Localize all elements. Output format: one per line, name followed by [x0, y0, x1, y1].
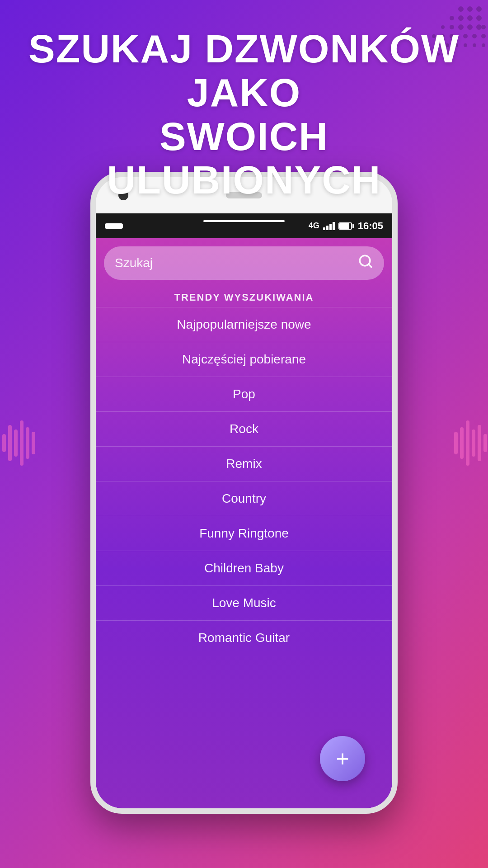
list-item[interactable]: Remix [96, 446, 392, 481]
svg-rect-29 [8, 425, 12, 461]
svg-point-3 [467, 15, 473, 21]
svg-rect-39 [483, 434, 487, 452]
phone-screen: 4G 16:05 Szukaj [96, 213, 392, 808]
sound-wave-left [0, 407, 36, 479]
header-title-line1: SZUKAJ DZWONKÓW JAKO [27, 27, 461, 115]
fab-add-button[interactable]: + [320, 736, 365, 781]
svg-line-27 [369, 264, 371, 267]
sound-wave-right [452, 407, 488, 479]
header-section: SZUKAJ DZWONKÓW JAKO SWOICH ULUBIONYCH [0, 27, 488, 222]
battery-body [338, 222, 352, 230]
signal-label: 4G [309, 221, 319, 231]
svg-point-5 [476, 15, 482, 21]
search-placeholder[interactable]: Szukaj [115, 256, 352, 270]
status-dot-1 [108, 225, 111, 227]
svg-rect-38 [478, 425, 481, 461]
header-title-line2: SWOICH ULUBIONYCH [27, 115, 461, 203]
phone-volume-button [90, 277, 94, 308]
list-item-love-music[interactable]: Love Music [96, 585, 392, 620]
list-item[interactable]: Najpopularniejsze nowe [96, 307, 392, 342]
status-dot-3 [117, 225, 119, 227]
svg-point-4 [458, 15, 464, 21]
svg-rect-33 [32, 432, 35, 454]
status-bar-left [105, 223, 123, 229]
svg-rect-35 [460, 427, 464, 459]
svg-rect-36 [466, 420, 469, 466]
trending-header: TRENDY WYSZUKIWANIA [96, 284, 392, 307]
phone-power-button [394, 259, 398, 304]
svg-point-2 [476, 6, 482, 12]
svg-rect-37 [472, 429, 475, 457]
signal-bar-1 [323, 227, 325, 230]
battery-fill [339, 223, 349, 229]
list-item[interactable]: Najczęściej pobierane [96, 342, 392, 377]
search-icon[interactable] [358, 254, 373, 273]
list-item-children-baby[interactable]: Children Baby [96, 551, 392, 585]
svg-rect-32 [26, 427, 29, 459]
svg-point-0 [467, 6, 473, 12]
trending-list: Najpopularniejsze nowe Najczęściej pobie… [96, 307, 392, 655]
signal-bar-2 [326, 226, 328, 230]
list-item-country[interactable]: Country [96, 481, 392, 516]
signal-bar-3 [329, 224, 332, 230]
signal-icon [323, 222, 335, 230]
svg-rect-28 [2, 434, 6, 452]
svg-rect-30 [14, 429, 18, 457]
battery-icon [338, 222, 354, 230]
list-item[interactable]: Pop [96, 377, 392, 411]
list-item-romantic-guitar[interactable]: Romantic Guitar [96, 620, 392, 655]
phone-mockup: 4G 16:05 Szukaj [90, 172, 398, 814]
list-item-funny-ringtone[interactable]: Funny Ringtone [96, 516, 392, 551]
signal-bar-4 [333, 222, 335, 230]
header-title: SZUKAJ DZWONKÓW JAKO SWOICH ULUBIONYCH [27, 27, 461, 202]
svg-rect-31 [20, 420, 23, 466]
svg-rect-34 [454, 432, 458, 454]
svg-point-1 [458, 6, 464, 12]
list-item[interactable]: Rock [96, 411, 392, 446]
status-dots [105, 223, 123, 229]
status-dot-2 [113, 225, 115, 227]
header-divider [203, 220, 285, 222]
fab-label: + [336, 745, 349, 772]
search-bar[interactable]: Szukaj [104, 246, 384, 280]
svg-point-9 [450, 16, 454, 20]
battery-tip [352, 224, 354, 228]
